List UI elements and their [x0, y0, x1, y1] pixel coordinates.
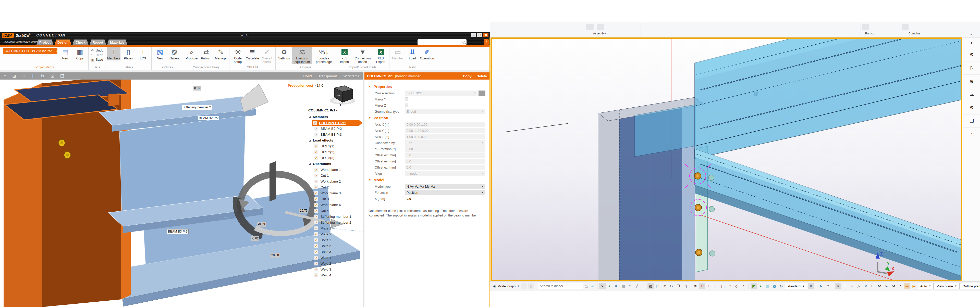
tree-item-weld-2[interactable]: ✓Weld 2: [305, 261, 363, 266]
view-c-icon[interactable]: ▦: [764, 283, 771, 290]
checkbox[interactable]: ✓: [314, 250, 318, 254]
tree-item-uls2[interactable]: ✓ULS 2(2): [305, 149, 363, 155]
isometric-view-icon[interactable]: ❒: [60, 73, 64, 79]
view-plane-dropdown[interactable]: View plane▼: [934, 283, 959, 289]
tree-item-column-c1-selected[interactable]: ✓COLUMN C1 Pr1: [312, 120, 363, 126]
home-view-icon[interactable]: ⌂: [3, 73, 6, 79]
grid-icon[interactable]: ▦: [620, 283, 626, 290]
panel-collapse-icon[interactable]: ‹: [963, 38, 980, 48]
connection-c-icon[interactable]: ⌐: [713, 283, 719, 290]
tree-item-stiffening-member-1[interactable]: ✓Stiffening member 1: [305, 214, 363, 220]
checkbox[interactable]: ✓: [314, 191, 318, 195]
tree-item-cut-4[interactable]: ✓Cut 4: [305, 208, 363, 214]
tab-report[interactable]: Report: [89, 40, 106, 45]
rotate-icon[interactable]: ↻: [41, 73, 45, 79]
connection-a-icon[interactable]: ⊓: [699, 283, 705, 290]
connection-selector[interactable]: COLUMN C1 Pr1 - BEAM B2 Pr2 - BE▼: [3, 47, 57, 54]
select-hold2-filter-icon[interactable]: ⋈: [890, 283, 897, 290]
checkbox[interactable]: ✓: [314, 232, 318, 236]
checkbox[interactable]: ✓: [314, 179, 318, 184]
model-search-input[interactable]: [538, 283, 583, 289]
frame-icon[interactable]: ⊓: [727, 283, 733, 290]
checkbox[interactable]: ✓: [314, 267, 318, 271]
overall-check-button[interactable]: ✔Overall check: [260, 47, 274, 64]
expander-icon[interactable]: ◢: [309, 116, 310, 118]
checkbox[interactable]: ✓: [314, 197, 318, 201]
x-position-input[interactable]: 0.0: [405, 196, 485, 201]
loads-in-equilibrium-button[interactable]: ⚖Loads in equilibrium: [292, 47, 312, 64]
tree-item-weld-4[interactable]: ✓Weld 4: [305, 272, 363, 278]
zoom-window-icon[interactable]: ⊞: [12, 73, 16, 79]
checkbox[interactable]: ✓: [314, 203, 318, 207]
mirror-z-checkbox[interactable]: [405, 103, 408, 107]
tree-section-members[interactable]: ◢Members: [305, 114, 363, 120]
checkbox[interactable]: ✓: [314, 256, 318, 260]
add-cross-section-button[interactable]: +: [479, 90, 485, 96]
new-picture-button[interactable]: ▧New: [153, 47, 167, 60]
checkbox[interactable]: ✓: [314, 244, 318, 248]
checkbox[interactable]: ✓: [314, 168, 318, 172]
pick-icon[interactable]: ➤: [818, 283, 824, 290]
gallery-button[interactable]: ▨Gallery: [168, 47, 181, 60]
fit-view-icon[interactable]: ⇲: [51, 73, 54, 79]
align-select[interactable]: In node▼: [405, 171, 485, 176]
navigation-cube[interactable]: +Y Y: [329, 85, 357, 108]
offset-ez-field[interactable]: 0.0: [405, 165, 485, 170]
copy-project-item-button[interactable]: ▥Copy: [73, 47, 86, 60]
save-button[interactable]: ▣Save: [90, 58, 103, 62]
tree-item-work-plane-4[interactable]: ✓Work plane 4: [305, 202, 363, 208]
add-origin-button[interactable]: +: [521, 283, 527, 290]
checkbox[interactable]: ✓: [314, 262, 318, 266]
calculate-button[interactable]: ≣Calculate: [246, 47, 259, 60]
select-wave-filter-icon[interactable]: ∿: [883, 283, 890, 290]
search-icon[interactable]: [585, 285, 587, 288]
tree-item-bolts-2[interactable]: ✓Bolts 2: [305, 243, 363, 249]
tree-item-bolts-3[interactable]: ✓Bolts 3: [305, 249, 363, 255]
new-operation-button[interactable]: ✐Operation: [420, 47, 434, 60]
model-icon[interactable]: ❒: [963, 114, 980, 128]
checkbox[interactable]: ✓: [314, 133, 318, 136]
angle-snap-icon[interactable]: ∠: [740, 283, 747, 290]
points-icon[interactable]: ∷: [627, 283, 633, 290]
ribbon-label-assembly[interactable]: Assembly: [593, 32, 606, 35]
select-arrow-filter-icon[interactable]: ↗: [897, 283, 904, 290]
visibility-icon[interactable]: ⊙: [825, 283, 831, 290]
section-model[interactable]: ▼Model: [369, 176, 485, 184]
connected-by-select[interactable]: End▼: [405, 140, 485, 146]
select-assembly-icon[interactable]: ▣: [904, 283, 910, 290]
expander-icon[interactable]: ◢: [309, 139, 310, 142]
expander-icon[interactable]: ◢: [309, 163, 310, 165]
flag-icon[interactable]: ⚑: [692, 283, 698, 290]
delete-origin-button[interactable]: ▯: [528, 283, 534, 290]
tree-item-bolts-1[interactable]: ✓Bolts 1: [305, 237, 363, 243]
checkbox[interactable]: ✓: [314, 185, 318, 189]
lcs-labels-button[interactable]: ⊥LCS: [136, 47, 150, 60]
panel-icon[interactable]: ◫: [720, 283, 726, 290]
checkbox[interactable]: ✓: [314, 220, 318, 225]
checkbox[interactable]: ✓: [314, 238, 318, 242]
plates-labels-button[interactable]: ▯Plates: [122, 47, 135, 60]
checkbox[interactable]: ✓: [313, 121, 317, 125]
select-corner-filter-icon[interactable]: ∟: [870, 283, 876, 290]
xls-export-button[interactable]: XXLS Export: [374, 47, 387, 64]
no-snap-icon[interactable]: ⊘: [778, 283, 784, 290]
solid-snap-icon[interactable]: ◓: [641, 283, 647, 290]
new-member-button[interactable]: ▭Member: [391, 47, 404, 60]
tab-design[interactable]: Design: [54, 40, 72, 45]
select-object-icon[interactable]: ▣: [911, 283, 917, 290]
code-setup-button[interactable]: ⚒Code setup: [231, 47, 245, 64]
settings-button[interactable]: ⚙Settings: [277, 47, 291, 60]
info-button[interactable]: i: [484, 39, 489, 45]
tree-section-load-effects[interactable]: ◢Load effects: [305, 138, 363, 143]
view-face-icon[interactable]: ■: [613, 283, 619, 290]
forces-in-select[interactable]: Position▼: [405, 190, 485, 195]
view-d-icon[interactable]: ▩: [771, 283, 778, 290]
delete-member-button[interactable]: Delete: [476, 74, 487, 78]
checkbox[interactable]: ✓: [314, 174, 318, 177]
mirror-y-checkbox[interactable]: [405, 97, 408, 101]
mode-wireframe[interactable]: Wireframe: [344, 74, 360, 78]
new-project-item-button[interactable]: ▤New: [59, 47, 72, 60]
new-load-button[interactable]: ⇊Load: [406, 47, 419, 60]
connection-import-button[interactable]: ▼Connection Import: [352, 47, 373, 64]
ribbon-label-combine[interactable]: Combine: [908, 32, 920, 35]
